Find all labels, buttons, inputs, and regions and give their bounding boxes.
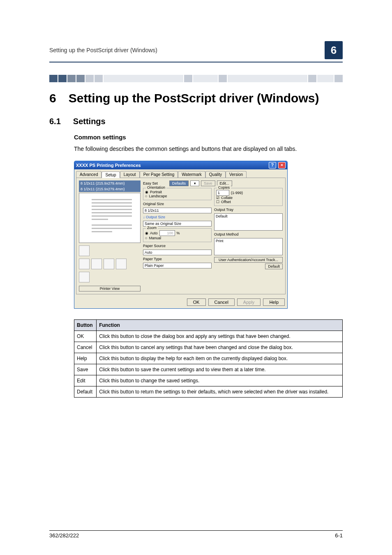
col-button: Button [74,319,97,331]
section-title: Settings [73,117,106,126]
printer-view-button[interactable]: Printer View [79,286,141,291]
section-number: 6.1 [49,117,61,126]
easy-set-label: Easy Set [143,181,168,185]
dialog-screenshot: XXXX PS Printing Preferences ? × Advance… [74,161,288,309]
preview-header-1: 8 1/2x11 (215.9x279.4mm) [79,180,141,186]
cancel-button[interactable]: Cancel [208,298,235,306]
table-row: HelpClick this button to display the hel… [74,353,343,364]
decorative-stripe [49,75,343,82]
table-row: EditClick this button to change the save… [74,375,343,386]
offset-check[interactable]: ☐ [216,200,219,204]
output-method-label: Output Method [214,232,283,236]
tab-layout[interactable]: Layout [120,171,140,178]
zoom-auto-label: Auto [150,231,158,235]
header-rule [49,62,343,62]
layout-icon-1[interactable] [79,259,90,269]
layout-icon-5[interactable] [79,272,90,282]
portrait-radio[interactable]: ◉ [145,190,148,194]
tab-watermark[interactable]: Watermark [178,171,205,178]
preview-mode-icon[interactable] [79,245,90,256]
tab-per-page[interactable]: Per Page Setting [140,171,178,178]
close-icon[interactable]: × [278,162,286,169]
collate-label: Collate [221,196,233,200]
layout-icon-3[interactable] [104,259,114,269]
zoom-label: Zoom [146,226,158,230]
copies-range: (1-999) [231,191,243,195]
tab-row: Advanced Setup Layout Per Page Setting W… [74,169,287,178]
zoom-manual-label: Manual [149,236,161,240]
offset-label: Offset [221,200,231,204]
apply-button[interactable]: Apply [237,298,261,306]
dialog-title: XXXX PS Printing Preferences [76,163,141,168]
table-row: SaveClick this button to save the curren… [74,364,343,375]
preview-header-2: 8 1/2x11 (215.9x279.4mm) [79,186,141,192]
zoom-auto-radio[interactable]: ◉ [145,231,148,235]
layout-icon-2[interactable] [91,259,102,269]
chapter-badge: 6 [325,41,343,59]
output-tray-select[interactable]: Default [214,213,283,231]
default-button[interactable]: Default [265,264,283,269]
table-row: OKClick this button to close the dialog … [74,331,343,342]
tab-version[interactable]: Version [226,171,247,178]
ok-button[interactable]: OK [187,298,206,306]
subheading: Common settings [74,134,343,141]
page-preview [79,193,141,243]
tab-advanced[interactable]: Advanced [76,171,101,178]
orientation-label: Orientation [146,185,166,190]
footer-right: 6-1 [335,532,343,539]
zoom-value[interactable]: 100 [159,230,175,236]
output-tray-label: Output Tray [214,208,283,212]
paper-source-label: Paper Source [143,244,212,248]
save-button[interactable]: Save [201,180,215,186]
output-method-select[interactable]: Print [214,238,283,255]
table-row: CancelClick this button to cancel any se… [74,342,343,353]
tab-setup[interactable]: Setup [101,171,120,178]
original-size-select[interactable]: 8 1/2x11 [143,208,212,213]
zoom-pct: % [177,231,180,235]
easyset-dropdown[interactable]: ▾ [190,180,199,186]
help-icon[interactable]: ? [269,162,276,169]
defaults-button[interactable]: Defaults [169,180,189,186]
copies-input[interactable]: 1 [216,190,229,196]
tab-quality[interactable]: Quality [205,171,226,178]
running-head-text: Setting up the PostScript driver (Window… [49,47,157,53]
output-size-label: ↓ Output Size [143,215,212,219]
buttons-table: Button Function OKClick this button to c… [74,319,343,398]
collate-check[interactable]: ☑ [216,196,219,200]
col-function: Function [97,319,343,331]
intro-paragraph: The following describes the common setti… [74,145,343,153]
table-row: DefaultClick this button to return the s… [74,386,343,397]
paper-type-label: Paper Type [143,257,212,261]
chapter-title: Setting up the PostScript driver (Window… [69,90,343,106]
help-button[interactable]: Help [263,298,285,306]
footer-left: 362/282/222 [49,532,79,539]
layout-icon-4[interactable] [116,259,127,269]
portrait-label: Portrait [150,190,162,194]
landscape-radio[interactable]: ○ [145,194,147,198]
paper-source-select[interactable]: Auto [143,250,212,255]
original-size-label: Original Size [143,202,212,206]
zoom-manual-radio[interactable]: ○ [145,236,147,240]
chapter-number: 6 [49,90,56,106]
copies-label: Copies [217,185,231,190]
auth-button[interactable]: User Authentication/Account Track... [214,257,283,263]
paper-type-select[interactable]: Plain Paper [143,263,212,268]
landscape-label: Landscape [149,194,167,198]
